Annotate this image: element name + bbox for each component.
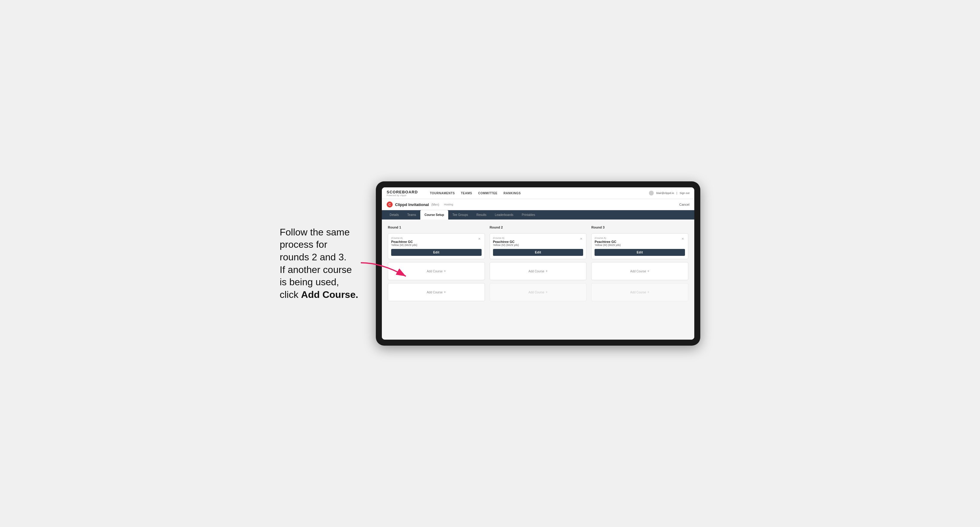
round-3-delete-icon[interactable]: ✕: [681, 237, 685, 241]
tournament-gender: (Men): [431, 203, 439, 206]
round-2-add-course-1[interactable]: Add Course +: [490, 262, 587, 280]
nav-links: TOURNAMENTS TEAMS COMMITTEE RANKINGS: [430, 192, 642, 195]
round-1-course-card: (Course A) Peachtree GC Yellow (M) (6629…: [388, 233, 485, 259]
round-2-course-label: (Course A): [493, 237, 519, 239]
round-3-column: Round 3 (Course A) Peachtree GC Yellow (…: [591, 225, 688, 301]
round-3-add-course-1[interactable]: Add Course +: [591, 262, 688, 280]
round-3-plus-icon-2: +: [648, 290, 649, 294]
logo-area: SCOREBOARD Powered by clippd: [387, 190, 418, 196]
round-3-plus-icon-1: +: [648, 269, 649, 273]
separator: |: [676, 192, 677, 195]
round-3-add-course-2: Add Course +: [591, 283, 688, 301]
instruction-bold: Add Course.: [301, 289, 358, 300]
round-1-column: Round 1 (Course A) Peachtree GC Yellow (…: [388, 225, 485, 301]
nav-rankings[interactable]: RANKINGS: [504, 192, 521, 195]
round-1-course-info: (Course A) Peachtree GC Yellow (M) (6629…: [391, 237, 417, 249]
round-2-course-details: Yellow (M) (6629 yds): [493, 243, 519, 246]
tab-details[interactable]: Details: [385, 210, 403, 219]
round-3-course-info: (Course A) Peachtree GC Yellow (M) (6629…: [595, 237, 621, 249]
nav-committee[interactable]: COMMITTEE: [478, 192, 498, 195]
user-area: blair@clippd.io | Sign out: [649, 190, 689, 195]
round-3-add-course-1-label: Add Course: [630, 270, 646, 273]
round-2-plus-icon-1: +: [546, 269, 548, 273]
main-content: Round 1 (Course A) Peachtree GC Yellow (…: [382, 219, 694, 340]
rounds-grid: Round 1 (Course A) Peachtree GC Yellow (…: [388, 225, 688, 301]
round-2-add-course-1-label: Add Course: [528, 270, 544, 273]
round-1-edit-button[interactable]: Edit: [391, 249, 482, 256]
round-3-course-details: Yellow (M) (6629 yds): [595, 243, 621, 246]
user-avatar: [649, 190, 654, 195]
round-1-add-course-1-label: Add Course: [426, 270, 442, 273]
user-email: blair@clippd.io: [656, 192, 674, 195]
round-3-course-card: (Course A) Peachtree GC Yellow (M) (6629…: [591, 233, 688, 259]
round-1-add-course-2-label: Add Course: [426, 290, 442, 294]
tournament-name: Clippd Invitational: [395, 202, 429, 207]
round-2-course-name: Peachtree GC: [493, 240, 519, 243]
tab-teams[interactable]: Teams: [403, 210, 420, 219]
round-1-plus-icon-2: +: [444, 290, 446, 294]
tab-printables[interactable]: Printables: [518, 210, 539, 219]
round-2-course-card: (Course A) Peachtree GC Yellow (M) (6629…: [490, 233, 587, 259]
round-2-delete-icon[interactable]: ✕: [579, 237, 583, 241]
top-nav: SCOREBOARD Powered by clippd TOURNAMENTS…: [382, 187, 694, 199]
round-3-edit-button[interactable]: Edit: [595, 249, 685, 256]
tournament-info: C Clippd Invitational (Men) Hosting: [387, 202, 453, 208]
logo-subtitle: Powered by clippd: [387, 194, 418, 196]
tab-results[interactable]: Results: [472, 210, 491, 219]
round-1-delete-icon[interactable]: ✕: [477, 237, 482, 241]
round-1-course-details: Yellow (M) (6629 yds): [391, 243, 417, 246]
round-3-add-course-2-label: Add Course: [630, 290, 646, 294]
round-2-plus-icon-2: +: [546, 290, 548, 294]
round-1-course-name: Peachtree GC: [391, 240, 417, 243]
nav-teams[interactable]: TEAMS: [461, 192, 472, 195]
round-2-add-course-2: Add Course +: [490, 283, 587, 301]
round-2-course-info: (Course A) Peachtree GC Yellow (M) (6629…: [493, 237, 519, 249]
hosting-badge: Hosting: [444, 203, 453, 206]
instruction-block: Follow the same process for rounds 2 and…: [280, 226, 364, 301]
page-wrapper: Follow the same process for rounds 2 and…: [280, 181, 700, 346]
round-1-add-course-2[interactable]: Add Course +: [388, 283, 485, 301]
round-1-add-course-1[interactable]: Add Course +: [388, 262, 485, 280]
round-1-title: Round 1: [388, 225, 485, 229]
sign-out-link[interactable]: Sign out: [679, 192, 689, 195]
tab-tee-groups[interactable]: Tee Groups: [448, 210, 472, 219]
round-2-column: Round 2 (Course A) Peachtree GC Yellow (…: [490, 225, 587, 301]
round-1-course-label: (Course A): [391, 237, 417, 239]
round-2-title: Round 2: [490, 225, 587, 229]
tab-course-setup[interactable]: Course Setup: [420, 210, 448, 219]
tablet-screen: SCOREBOARD Powered by clippd TOURNAMENTS…: [382, 187, 694, 340]
sub-header: C Clippd Invitational (Men) Hosting Canc…: [382, 199, 694, 210]
tab-leaderboards[interactable]: Leaderboards: [491, 210, 518, 219]
cancel-button[interactable]: Cancel: [679, 203, 689, 206]
round-3-card-header: (Course A) Peachtree GC Yellow (M) (6629…: [595, 237, 685, 249]
round-2-card-header: (Course A) Peachtree GC Yellow (M) (6629…: [493, 237, 584, 249]
round-1-card-header: (Course A) Peachtree GC Yellow (M) (6629…: [391, 237, 482, 249]
nav-tournaments[interactable]: TOURNAMENTS: [430, 192, 455, 195]
round-3-course-label: (Course A): [595, 237, 621, 239]
tablet-frame: SCOREBOARD Powered by clippd TOURNAMENTS…: [376, 181, 700, 346]
tab-bar: Details Teams Course Setup Tee Groups Re…: [382, 210, 694, 219]
round-2-add-course-2-label: Add Course: [528, 290, 544, 294]
round-3-title: Round 3: [591, 225, 688, 229]
round-3-course-name: Peachtree GC: [595, 240, 621, 243]
logo-title: SCOREBOARD: [387, 190, 418, 194]
round-2-edit-button[interactable]: Edit: [493, 249, 584, 256]
c-logo: C: [387, 202, 393, 208]
round-1-plus-icon-1: +: [444, 269, 446, 273]
